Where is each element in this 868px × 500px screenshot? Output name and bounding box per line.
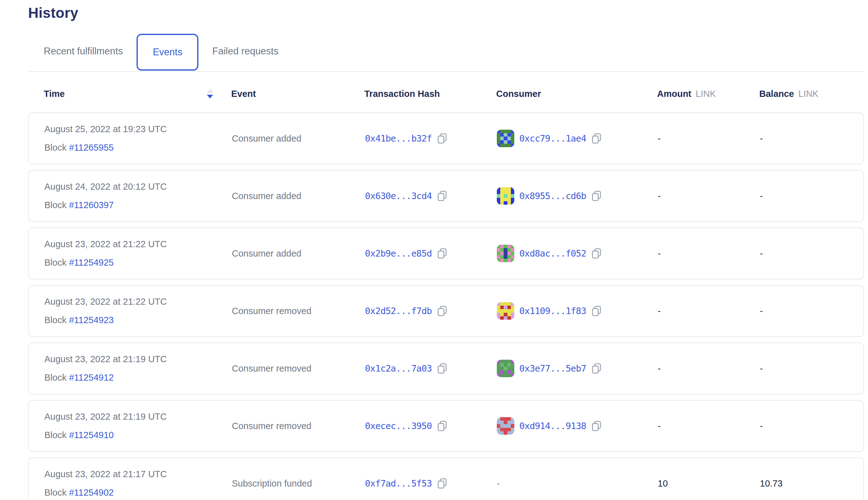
tab-events[interactable]: Events <box>137 34 198 71</box>
block-link[interactable]: #11254910 <box>69 430 114 440</box>
row-date: August 23, 2022 at 21:19 UTC <box>44 354 232 364</box>
transaction-hash-link[interactable]: 0x1c2a...7a03 <box>365 363 432 374</box>
block-label: Block <box>44 430 67 440</box>
block-line: Block #11254912 <box>44 373 232 383</box>
sort-icon[interactable] <box>207 89 213 99</box>
copy-icon[interactable] <box>591 190 602 202</box>
consumer-cell: 0xd8ac...f052 <box>497 245 658 262</box>
copy-icon[interactable] <box>591 133 602 144</box>
time-cell: August 25, 2022 at 19:23 UTC Block #1126… <box>44 124 232 153</box>
block-line: Block #11254910 <box>44 430 232 440</box>
consumer-address-link[interactable]: 0x3e77...5eb7 <box>519 363 586 374</box>
column-header-balance[interactable]: Balance LINK <box>759 89 864 99</box>
block-link[interactable]: #11254912 <box>69 373 114 383</box>
consumer-avatar <box>497 302 514 320</box>
copy-icon[interactable] <box>437 477 447 489</box>
amount-cell: - <box>658 421 760 431</box>
column-header-amount[interactable]: Amount LINK <box>657 89 759 99</box>
transaction-hash-link[interactable]: 0xf7ad...5f53 <box>365 478 432 489</box>
consumer-address-link[interactable]: 0x8955...cd6b <box>519 191 586 201</box>
column-header-time[interactable]: Time <box>44 89 231 99</box>
transaction-hash-cell: 0xecec...3950 <box>365 420 497 432</box>
consumer-avatar <box>497 417 514 435</box>
transaction-hash-link[interactable]: 0x2d52...f7db <box>365 306 432 316</box>
transaction-hash-link[interactable]: 0x2b9e...e85d <box>365 248 432 259</box>
copy-icon[interactable] <box>437 133 447 144</box>
consumer-avatar <box>497 187 514 205</box>
balance-cell: - <box>760 248 863 259</box>
table-row: August 23, 2022 at 21:22 UTC Block #1125… <box>28 227 864 280</box>
table-row: August 25, 2022 at 19:23 UTC Block #1126… <box>28 113 864 164</box>
amount-cell: - <box>658 306 760 316</box>
copy-icon[interactable] <box>437 248 447 259</box>
transaction-hash-cell: 0x2b9e...e85d <box>365 248 497 259</box>
amount-cell: - <box>658 363 760 374</box>
consumer-address-link[interactable]: 0xd8ac...f052 <box>519 248 586 259</box>
balance-cell: - <box>760 134 863 144</box>
balance-cell: - <box>760 363 863 374</box>
block-line: Block #11254925 <box>44 258 232 268</box>
block-link[interactable]: #11254923 <box>69 315 114 325</box>
event-cell: Consumer added <box>232 134 365 144</box>
consumer-cell: 0x8955...cd6b <box>497 187 658 205</box>
block-label: Block <box>44 200 67 210</box>
consumer-avatar <box>497 245 514 262</box>
time-cell: August 23, 2022 at 21:19 UTC Block #1125… <box>44 354 232 383</box>
consumer-address-link[interactable]: 0xcc79...1ae4 <box>519 133 586 144</box>
consumer-address-link[interactable]: - <box>497 478 500 489</box>
block-line: Block #11254923 <box>44 315 232 325</box>
column-header-consumer[interactable]: Consumer <box>496 89 657 99</box>
block-link[interactable]: #11254902 <box>69 488 114 498</box>
table-row: August 23, 2022 at 21:17 UTC Block #1125… <box>28 457 864 500</box>
transaction-hash-link[interactable]: 0x41be...b32f <box>365 133 432 144</box>
balance-cell: - <box>760 191 863 201</box>
sort-desc-icon <box>207 95 213 99</box>
table-row: August 24, 2022 at 20:12 UTC Block #1126… <box>28 170 864 222</box>
block-label: Block <box>44 488 67 498</box>
transaction-hash-cell: 0x2d52...f7db <box>365 305 497 317</box>
copy-icon[interactable] <box>591 305 602 317</box>
copy-icon[interactable] <box>437 305 447 317</box>
event-cell: Consumer removed <box>232 421 365 431</box>
time-cell: August 23, 2022 at 21:22 UTC Block #1125… <box>44 239 232 268</box>
row-date: August 25, 2022 at 19:23 UTC <box>44 124 232 134</box>
consumer-address-link[interactable]: 0x1109...1f83 <box>519 306 586 316</box>
consumer-avatar <box>497 130 514 147</box>
balance-unit-label: LINK <box>798 89 818 99</box>
transaction-hash-cell: 0x1c2a...7a03 <box>365 363 497 374</box>
block-link[interactable]: #11260397 <box>69 200 114 210</box>
event-cell: Consumer removed <box>232 306 365 316</box>
copy-icon[interactable] <box>437 363 447 374</box>
transaction-hash-link[interactable]: 0x630e...3cd4 <box>365 191 432 201</box>
tab-recent-fulfillments[interactable]: Recent fulfillments <box>44 46 123 57</box>
transaction-hash-link[interactable]: 0xecec...3950 <box>365 421 432 431</box>
consumer-cell: 0xcc79...1ae4 <box>497 130 658 147</box>
amount-cell: - <box>658 134 760 144</box>
copy-icon[interactable] <box>437 190 447 202</box>
column-header-event[interactable]: Event <box>231 89 364 99</box>
block-label: Block <box>44 373 67 383</box>
column-header-amount-label: Amount <box>657 89 692 99</box>
block-line: Block #11265955 <box>44 143 232 153</box>
tab-bar: Recent fulfillments Events Failed reques… <box>28 31 864 72</box>
tab-failed-requests[interactable]: Failed requests <box>212 46 278 57</box>
consumer-cell: - <box>497 478 658 489</box>
block-link[interactable]: #11265955 <box>69 143 114 152</box>
page-title: History <box>28 4 864 21</box>
copy-icon[interactable] <box>437 420 447 432</box>
column-header-balance-label: Balance <box>759 89 794 99</box>
block-link[interactable]: #11254925 <box>69 258 114 268</box>
column-header-transaction-hash[interactable]: Transaction Hash <box>364 89 496 99</box>
transaction-hash-cell: 0x41be...b32f <box>365 133 497 144</box>
consumer-address-link[interactable]: 0xd914...9138 <box>519 421 586 431</box>
copy-icon[interactable] <box>591 363 602 374</box>
history-page: History Recent fulfillments Events Faile… <box>0 0 868 500</box>
tab-events-label: Events <box>153 47 182 58</box>
time-cell: August 23, 2022 at 21:22 UTC Block #1125… <box>44 297 232 325</box>
balance-cell: - <box>760 306 863 316</box>
time-cell: August 23, 2022 at 21:17 UTC Block #1125… <box>44 469 232 498</box>
copy-icon[interactable] <box>591 248 602 259</box>
event-cell: Consumer removed <box>232 363 365 374</box>
consumer-cell: 0xd914...9138 <box>497 417 658 435</box>
copy-icon[interactable] <box>591 420 602 432</box>
